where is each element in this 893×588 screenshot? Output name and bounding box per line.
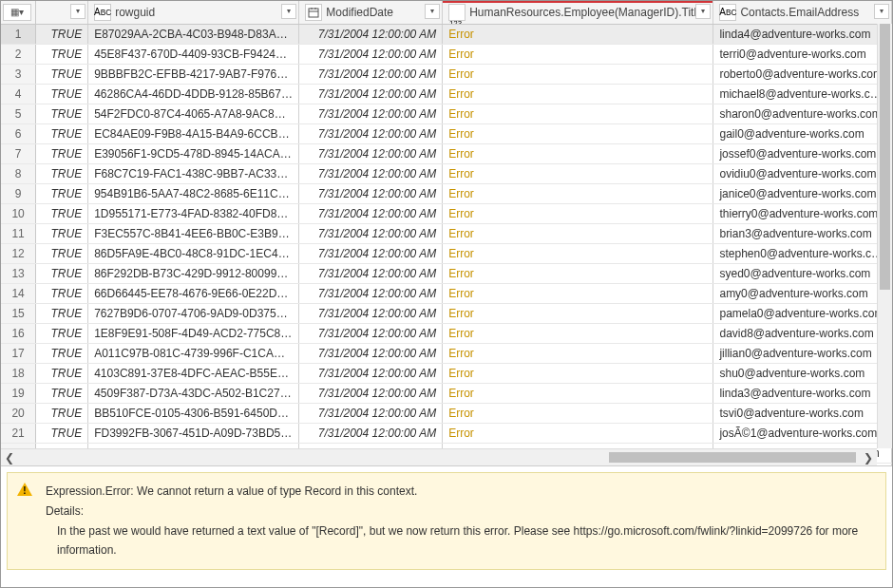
table-row[interactable]: 17TRUEA011C97B-081C-4739-996F-C1CAC4532F… — [1, 344, 892, 364]
cell-email[interactable]: tsvi0@adventure-works.com — [713, 404, 892, 424]
cell-modifieddate[interactable]: 7/31/2004 12:00:00 AM — [299, 65, 443, 85]
row-number[interactable]: 21 — [1, 424, 36, 444]
cell-email[interactable]: janice0@adventure-works.com — [713, 184, 892, 204]
row-number[interactable]: 14 — [1, 284, 36, 304]
cell-bool[interactable]: TRUE — [36, 384, 88, 404]
cell-title-error[interactable]: Error — [443, 424, 713, 444]
cell-email[interactable]: ovidiu0@adventure-works.com — [713, 164, 892, 184]
scrollbar-thumb[interactable] — [609, 452, 856, 463]
cell-bool[interactable]: TRUE — [36, 244, 88, 264]
column-header-rowguid[interactable]: ABC rowguid ▾ — [88, 1, 299, 25]
cell-bool[interactable]: TRUE — [36, 404, 88, 424]
cell-rowguid[interactable]: F3EC557C-8B41-4EE6-BB0C-E3B93AFF81… — [88, 224, 299, 244]
cell-title-error[interactable]: Error — [443, 344, 713, 364]
table-row[interactable]: 20TRUEBB510FCE-0105-4306-B591-6450D9EBF4… — [1, 404, 892, 424]
cell-email[interactable]: sharon0@adventure-works.com — [713, 104, 892, 124]
cell-modifieddate[interactable]: 7/31/2004 12:00:00 AM — [299, 204, 443, 224]
cell-email[interactable]: jillian0@adventure-works.com — [713, 344, 892, 364]
table-row[interactable]: 6TRUEEC84AE09-F9B8-4A15-B4A9-6CCBAB919…7… — [1, 124, 892, 144]
horizontal-scrollbar[interactable]: ❮ ❯ — [1, 448, 877, 465]
cell-modifieddate[interactable]: 7/31/2004 12:00:00 AM — [299, 344, 443, 364]
cell-email[interactable]: terri0@adventure-works.com — [713, 45, 892, 65]
cell-title-error[interactable]: Error — [443, 304, 713, 324]
table-row[interactable]: 1TRUEE87029AA-2CBA-4C03-B948-D83AF0313…7… — [1, 25, 892, 45]
cell-bool[interactable]: TRUE — [36, 284, 88, 304]
cell-bool[interactable]: TRUE — [36, 144, 88, 164]
cell-modifieddate[interactable]: 7/31/2004 12:00:00 AM — [299, 144, 443, 164]
column-header-title[interactable]: ABC123 HumanResources.Employee(ManagerID… — [443, 1, 713, 25]
cell-rowguid[interactable]: 7627B9D6-0707-4706-9AD9-0D37506B0… — [88, 304, 299, 324]
scroll-left-icon[interactable]: ❮ — [5, 451, 14, 465]
table-corner[interactable]: ▦▾ — [1, 1, 36, 25]
table-row[interactable]: 11TRUEF3EC557C-8B41-4EE6-BB0C-E3B93AFF81… — [1, 224, 892, 244]
cell-title-error[interactable]: Error — [443, 124, 713, 144]
column-header-modifieddate[interactable]: ModifiedDate ▾ — [299, 1, 443, 25]
cell-rowguid[interactable]: 86F292DB-B73C-429D-9912-800994D80… — [88, 264, 299, 284]
table-row[interactable]: 14TRUE66D66445-EE78-4676-9E66-0E22D6109A… — [1, 284, 892, 304]
table-row[interactable]: 15TRUE7627B9D6-0707-4706-9AD9-0D37506B0…… — [1, 304, 892, 324]
cell-email[interactable]: syed0@adventure-works.com — [713, 264, 892, 284]
row-number[interactable]: 17 — [1, 344, 36, 364]
cell-rowguid[interactable]: 1E8F9E91-508F-4D49-ACD2-775C836030… — [88, 324, 299, 344]
cell-rowguid[interactable]: 4103C891-37E8-4DFC-AEAC-B55E2BC1B… — [88, 364, 299, 384]
cell-modifieddate[interactable]: 7/31/2004 12:00:00 AM — [299, 384, 443, 404]
cell-email[interactable]: jossef0@adventure-works.com — [713, 144, 892, 164]
cell-rowguid[interactable]: EC84AE09-F9B8-4A15-B4A9-6CCBAB919… — [88, 124, 299, 144]
cell-email[interactable]: michael8@adventure-works.com — [713, 85, 892, 104]
cell-rowguid[interactable]: 1D955171-E773-4FAD-8382-40FD89BD5… — [88, 204, 299, 224]
row-number[interactable]: 16 — [1, 324, 36, 344]
cell-bool[interactable]: TRUE — [36, 344, 88, 364]
cell-modifieddate[interactable]: 7/31/2004 12:00:00 AM — [299, 104, 443, 124]
cell-rowguid[interactable]: 66D66445-EE78-4676-9E66-0E22D6109A… — [88, 284, 299, 304]
cell-title-error[interactable]: Error — [443, 364, 713, 384]
cell-bool[interactable]: TRUE — [36, 324, 88, 344]
cell-title-error[interactable]: Error — [443, 164, 713, 184]
cell-modifieddate[interactable]: 7/31/2004 12:00:00 AM — [299, 404, 443, 424]
cell-email[interactable]: david8@adventure-works.com — [713, 324, 892, 344]
row-number[interactable]: 1 — [1, 25, 36, 45]
cell-modifieddate[interactable]: 7/31/2004 12:00:00 AM — [299, 184, 443, 204]
row-number[interactable]: 12 — [1, 244, 36, 264]
cell-rowguid[interactable]: 9BBBFB2C-EFBB-4217-9AB7-F976893288… — [88, 65, 299, 85]
table-row[interactable]: 9TRUE954B91B6-5AA7-48C2-8685-6E11C6E5C…7… — [1, 184, 892, 204]
cell-bool[interactable]: TRUE — [36, 65, 88, 85]
cell-rowguid[interactable]: 46286CA4-46DD-4DDB-9128-85B67E98D… — [88, 85, 299, 104]
cell-modifieddate[interactable]: 7/31/2004 12:00:00 AM — [299, 324, 443, 344]
cell-title-error[interactable]: Error — [443, 224, 713, 244]
row-number[interactable]: 10 — [1, 204, 36, 224]
table-row[interactable]: 19TRUE4509F387-D73A-43DC-A502-B1C27AA1D…… — [1, 384, 892, 404]
cell-bool[interactable]: TRUE — [36, 364, 88, 384]
cell-rowguid[interactable]: A011C97B-081C-4739-996F-C1CAC4532F… — [88, 344, 299, 364]
scroll-right-icon[interactable]: ❯ — [864, 451, 873, 465]
cell-rowguid[interactable]: BB510FCE-0105-4306-B591-6450D9EBF4… — [88, 404, 299, 424]
cell-modifieddate[interactable]: 7/31/2004 12:00:00 AM — [299, 284, 443, 304]
cell-modifieddate[interactable]: 7/31/2004 12:00:00 AM — [299, 25, 443, 45]
vertical-scrollbar[interactable] — [877, 24, 892, 448]
row-number[interactable]: 6 — [1, 124, 36, 144]
table-row[interactable]: 21TRUEFD3992FB-3067-451D-A09D-73BD53C0F…… — [1, 424, 892, 444]
cell-modifieddate[interactable]: 7/31/2004 12:00:00 AM — [299, 85, 443, 104]
row-number[interactable]: 11 — [1, 224, 36, 244]
cell-title-error[interactable]: Error — [443, 244, 713, 264]
cell-bool[interactable]: TRUE — [36, 85, 88, 104]
cell-modifieddate[interactable]: 7/31/2004 12:00:00 AM — [299, 224, 443, 244]
table-row[interactable]: 18TRUE4103C891-37E8-4DFC-AEAC-B55E2BC1B…… — [1, 364, 892, 384]
row-number[interactable]: 9 — [1, 184, 36, 204]
cell-title-error[interactable]: Error — [443, 264, 713, 284]
row-number[interactable]: 8 — [1, 164, 36, 184]
table-row[interactable]: 5TRUE54F2FDC0-87C4-4065-A7A8-9AC8EA624…7… — [1, 104, 892, 124]
table-row[interactable]: 8TRUEF68C7C19-FAC1-438C-9BB7-AC33FCC34…7… — [1, 164, 892, 184]
row-number[interactable]: 3 — [1, 65, 36, 85]
cell-modifieddate[interactable]: 7/31/2004 12:00:00 AM — [299, 304, 443, 324]
cell-email[interactable]: linda3@adventure-works.com — [713, 384, 892, 404]
table-row[interactable]: 3TRUE9BBBFB2C-EFBB-4217-9AB7-F976893288…… — [1, 65, 892, 85]
cell-modifieddate[interactable]: 7/31/2004 12:00:00 AM — [299, 244, 443, 264]
cell-rowguid[interactable]: E39056F1-9CD5-478D-8945-14ACA7FBD… — [88, 144, 299, 164]
cell-title-error[interactable]: Error — [443, 25, 713, 45]
row-number[interactable]: 2 — [1, 45, 36, 65]
cell-modifieddate[interactable]: 7/31/2004 12:00:00 AM — [299, 124, 443, 144]
cell-bool[interactable]: TRUE — [36, 25, 88, 45]
cell-bool[interactable]: TRUE — [36, 104, 88, 124]
cell-rowguid[interactable]: 86D5FA9E-4BC0-48C8-91DC-1EC467418… — [88, 244, 299, 264]
cell-rowguid[interactable]: F68C7C19-FAC1-438C-9BB7-AC33FCC34… — [88, 164, 299, 184]
